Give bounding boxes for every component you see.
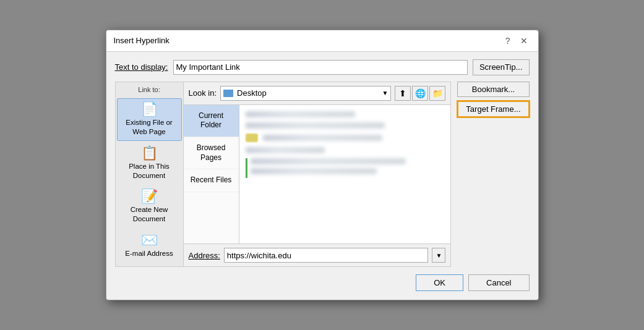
blur-line-2 — [246, 122, 385, 129]
blur-line-5 — [251, 158, 406, 164]
blurred-file-list — [242, 108, 449, 242]
screentip-button[interactable]: ScreenTip... — [473, 59, 530, 75]
blur-line-4 — [246, 147, 325, 153]
lookin-select-inner: Desktop — [223, 88, 267, 98]
green-marker — [246, 158, 247, 178]
nav-item-email[interactable]: ✉️ E-mail Address — [117, 229, 182, 263]
center-area: Look in: Desktop ▼ ⬆ 🌐 — [183, 82, 452, 268]
left-nav: Link to: 📄 Existing File orWeb Page 📋 Pl… — [115, 82, 183, 268]
address-row: Address: ▼ — [184, 243, 451, 266]
title-bar-left: Insert Hyperlink — [114, 36, 170, 45]
nav-item-new[interactable]: 📝 Create NewDocument — [117, 185, 182, 228]
nav-label-new: Create NewDocument — [131, 205, 168, 224]
sidebar-browsed-pages[interactable]: BrowsedPages — [184, 137, 239, 169]
toolbar-icons: ⬆ 🌐 📁 — [395, 86, 445, 101]
sidebar-recent-files[interactable]: Recent Files — [184, 169, 239, 192]
blur-row-3 — [246, 133, 445, 142]
nav-item-existing[interactable]: 📄 Existing File orWeb Page — [117, 98, 182, 141]
create-document-icon: 📝 — [141, 190, 158, 203]
lookin-label: Look in: — [189, 88, 217, 98]
web-icon: 🌐 — [415, 88, 426, 98]
close-button[interactable]: ✕ — [517, 35, 531, 46]
browser-sidebar: CurrentFolder BrowsedPages Recent Files — [184, 105, 239, 244]
up-folder-button[interactable]: ⬆ — [395, 86, 411, 101]
bookmark-button[interactable]: Bookmark... — [457, 82, 529, 97]
folder-browse-icon: 📁 — [432, 88, 443, 98]
file-browser: CurrentFolder BrowsedPages Recent Files — [184, 105, 451, 244]
nav-item-place[interactable]: 📋 Place in ThisDocument — [117, 142, 182, 185]
browse-button[interactable]: 📁 — [429, 86, 445, 101]
lookin-select[interactable]: Desktop ▼ — [220, 86, 391, 101]
link-to-label: Link to: — [138, 86, 160, 93]
lookin-value: Desktop — [237, 88, 267, 98]
sidebar-current-folder[interactable]: CurrentFolder — [184, 105, 239, 137]
title-bar: Insert Hyperlink ? ✕ — [106, 30, 538, 52]
dialog-body: Text to display: ScreenTip... Link to: 📄… — [106, 52, 538, 300]
blur-icon-3 — [246, 133, 258, 142]
blur-line-6 — [251, 168, 377, 174]
ok-button[interactable]: OK — [416, 274, 463, 291]
lookin-dropdown-arrow: ▼ — [382, 90, 388, 96]
nav-label-existing: Existing File orWeb Page — [126, 118, 172, 137]
title-buttons: ? ✕ — [502, 35, 531, 46]
existing-file-icon: 📄 — [141, 103, 158, 116]
blur-line-5-container — [246, 158, 445, 174]
dialog-title: Insert Hyperlink — [114, 36, 170, 45]
main-area: Link to: 📄 Existing File orWeb Page 📋 Pl… — [115, 82, 530, 268]
text-display-row: Text to display: ScreenTip... — [115, 59, 530, 75]
address-input[interactable] — [224, 248, 429, 263]
text-display-input[interactable] — [173, 60, 468, 75]
email-icon: ✉️ — [141, 234, 158, 247]
address-label: Address: — [189, 251, 220, 260]
place-document-icon: 📋 — [141, 146, 158, 160]
blur-line-1 — [246, 111, 355, 117]
text-display-label: Text to display: — [115, 62, 168, 72]
up-icon: ⬆ — [399, 88, 406, 98]
browser-content — [239, 105, 451, 244]
help-button[interactable]: ? — [502, 35, 513, 46]
insert-hyperlink-dialog: Insert Hyperlink ? ✕ Text to display: Sc… — [106, 30, 539, 301]
lookin-row: Look in: Desktop ▼ ⬆ 🌐 — [184, 82, 451, 105]
address-dropdown-button[interactable]: ▼ — [432, 248, 445, 263]
folder-icon-blue — [223, 90, 233, 97]
nav-label-email: E-mail Address — [125, 249, 173, 258]
web-search-button[interactable]: 🌐 — [412, 86, 428, 101]
blur-row-5 — [246, 158, 445, 174]
bottom-row: OK Cancel — [115, 267, 530, 291]
nav-label-place: Place in ThisDocument — [129, 162, 170, 180]
right-buttons: Bookmark... Target Frame... — [451, 82, 529, 268]
target-frame-button[interactable]: Target Frame... — [457, 101, 529, 117]
blur-text-3 — [263, 135, 382, 141]
cancel-button[interactable]: Cancel — [468, 274, 529, 291]
